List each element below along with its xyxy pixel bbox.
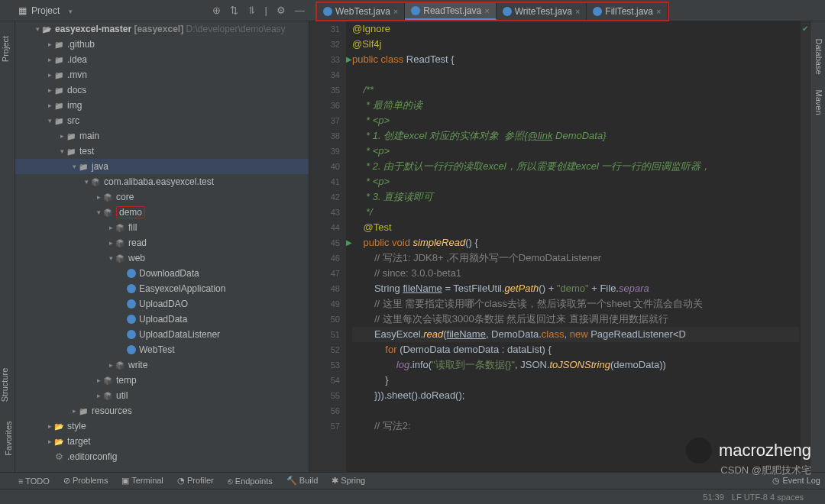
expand-icon[interactable]: ▾ [107,254,115,262]
tree-row[interactable]: ▸img [15,98,309,113]
gutter-line[interactable]: 41 [309,174,340,189]
tree-row[interactable]: ▾src [15,113,309,128]
gutter-line[interactable]: 52 [309,342,340,357]
tree-row[interactable]: ▾com.alibaba.easyexcel.test [15,174,309,189]
tree-row[interactable]: WebTest [15,342,309,357]
tree-row[interactable]: ▸target [15,434,309,449]
minimize-icon[interactable]: — [295,5,305,16]
gutter-line[interactable]: 51 [309,327,340,342]
tree-row[interactable]: ▸core [15,189,309,205]
gutter-line[interactable]: 37 [309,113,340,128]
expand-icon[interactable]: ▾ [70,163,78,170]
problems-tool[interactable]: ⊘ Problems [63,476,108,486]
code-line[interactable]: // 这里每次会读取3000条数据 然后返回过来 直接调用使用数据就行 [352,312,799,327]
code-line[interactable]: @Ignore [352,21,799,37]
expand-icon[interactable]: ▸ [46,102,53,109]
code-line[interactable]: /** [352,82,799,98]
tab-readtest[interactable]: ReadTest.java× [405,3,496,20]
expand-icon[interactable]: ▸ [107,239,115,247]
tree-row[interactable]: UploadDAO [15,296,309,312]
gutter-line[interactable]: 36 [309,98,340,113]
gutter-line[interactable]: 55 [309,388,340,403]
expand-icon[interactable]: ▸ [70,407,78,415]
tree-row[interactable]: ▸util [15,388,309,403]
close-icon[interactable]: × [656,7,661,16]
tree-row[interactable]: ▸fill [15,220,309,235]
code-line[interactable]: * 3. 直接读即可 [352,189,799,205]
tree-row[interactable]: ▸.idea [15,52,309,67]
code-line[interactable] [352,67,799,82]
spring-tool[interactable]: ✱ Spring [332,476,365,486]
gutter-line[interactable]: 42 [309,189,340,205]
code-area[interactable]: @Ignore@Slf4jpublic class ReadTest { /**… [352,21,799,480]
gutter-line[interactable]: 49 [309,296,340,312]
code-line[interactable]: * <p> [352,144,799,159]
expand-icon[interactable]: ▸ [95,376,102,384]
tree-row[interactable]: DownloadData [15,266,309,281]
gutter-line[interactable]: 31 [309,21,340,37]
project-tool-header[interactable]: ▦ Project ⊕ ⇅ ⥮ | ⚙ — [3,5,312,16]
code-line[interactable]: @Test [352,220,799,235]
code-editor[interactable]: 313233▶343536373839404142434445▶46474849… [309,21,810,480]
expand-icon[interactable]: ▸ [58,132,66,140]
expand-icon[interactable]: ▸ [107,224,115,231]
code-line[interactable]: */ [352,205,799,220]
gutter-line[interactable]: 38 [309,128,340,144]
expand-icon[interactable]: ▸ [46,71,53,79]
code-line[interactable]: } [352,373,799,388]
gutter-line[interactable]: 45▶ [309,235,340,250]
tree-row[interactable]: UploadDataListener [15,327,309,342]
code-line[interactable]: // 写法1: JDK8+ ,不用额外写一个DemoDataListener [352,250,799,266]
tree-row[interactable]: ▸temp [15,373,309,388]
gutter-line[interactable]: 32 [309,37,340,52]
tree-row[interactable]: .editorconfig [15,449,309,464]
tree-row[interactable]: ▾java [15,159,309,174]
rail-favorites[interactable]: Favorites [4,421,13,455]
gutter-line[interactable]: 44 [309,220,340,235]
project-tree[interactable]: ▾easyexcel-master [easyexcel] D:\develop… [15,21,309,480]
locate-icon[interactable]: ⊕ [212,5,221,16]
code-line[interactable]: * 1. 创建excel 对应的实体对象 参照{@link DemoData} [352,128,799,144]
expand-icon[interactable]: ▾ [95,208,102,216]
rail-project[interactable]: Project [1,36,10,62]
code-line[interactable]: String fileName = TestFileUtil.getPath()… [352,281,799,296]
expand-icon[interactable]: ▸ [46,56,53,63]
tab-filltest[interactable]: FillTest.java× [587,3,668,20]
gutter-line[interactable]: 46 [309,250,340,266]
close-icon[interactable]: × [393,7,398,16]
tree-row[interactable]: ▸.mvn [15,67,309,82]
todo-tool[interactable]: ≡ TODO [18,477,50,486]
code-line[interactable]: for (DemoData demoData : dataList) { [352,342,799,357]
gutter-line[interactable]: 53 [309,357,340,373]
tab-writetest[interactable]: WriteTest.java× [497,3,587,20]
collapse-icon[interactable]: ⥮ [247,5,256,16]
gutter-line[interactable]: 43 [309,205,340,220]
code-line[interactable]: log.info("读取到一条数据{}", JSON.toJSONString(… [352,357,799,373]
code-line[interactable]: })).sheet().doRead(); [352,388,799,403]
tree-row[interactable]: ▸docs [15,82,309,98]
gutter-line[interactable]: 50 [309,312,340,327]
gutter-line[interactable]: 56 [309,403,340,418]
code-line[interactable]: * 2. 由于默认一行行的读取excel，所以需要创建excel 一行一行的回调… [352,159,799,174]
tree-row[interactable]: ▾easyexcel-master [easyexcel] D:\develop… [15,21,309,37]
close-icon[interactable]: × [575,7,580,16]
endpoints-tool[interactable]: ⎋ Endpoints [228,477,273,486]
rail-structure[interactable]: Structure [0,368,9,402]
code-line[interactable]: public void simpleRead() { [352,235,799,250]
gutter-line[interactable]: 54 [309,373,340,388]
gutter-line[interactable]: 33▶ [309,52,340,67]
expand-icon[interactable]: ▸ [46,438,53,445]
code-line[interactable]: * <p> [352,113,799,128]
expand-icon[interactable]: ▸ [107,361,115,369]
gutter-line[interactable]: 48 [309,281,340,296]
expand-icon[interactable]: ▸ [46,40,53,48]
tree-row[interactable]: ▸write [15,357,309,373]
tab-webtest[interactable]: WebTest.java× [317,3,405,20]
tree-row[interactable]: ▾demo [15,205,309,220]
run-icon[interactable]: ▶ [346,52,352,67]
rail-database[interactable]: Database [814,38,823,74]
expand-icon[interactable]: ▾ [34,25,41,33]
expand-icon[interactable]: ⇅ [230,5,238,16]
expand-icon[interactable]: ▾ [82,178,90,186]
code-line[interactable] [352,403,799,418]
